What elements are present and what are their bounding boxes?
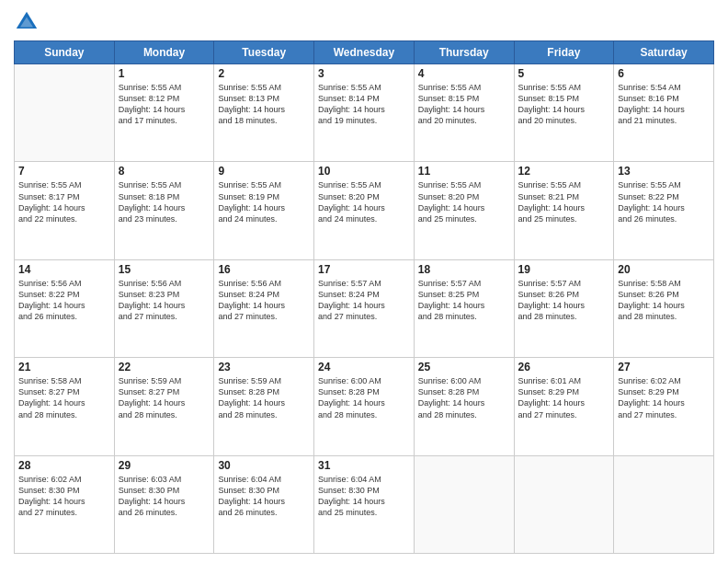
day-number: 29 xyxy=(119,459,210,472)
day-number: 21 xyxy=(18,361,110,373)
logo-icon xyxy=(14,9,40,35)
week-row-1: 1Sunrise: 5:55 AMSunset: 8:12 PMDaylight… xyxy=(15,64,714,162)
day-number: 15 xyxy=(119,263,210,276)
day-cell xyxy=(514,455,614,553)
day-cell: 18Sunrise: 5:57 AMSunset: 8:25 PMDayligh… xyxy=(414,259,514,357)
day-number: 1 xyxy=(119,67,210,80)
day-cell: 25Sunrise: 6:00 AMSunset: 8:28 PMDayligh… xyxy=(414,358,514,455)
weekday-saturday: Saturday xyxy=(614,41,714,64)
day-number: 2 xyxy=(218,67,310,80)
day-number: 25 xyxy=(418,361,510,373)
day-info: Sunrise: 5:57 AMSunset: 8:24 PMDaylight:… xyxy=(318,278,410,323)
day-info: Sunrise: 5:55 AMSunset: 8:20 PMDaylight:… xyxy=(318,179,410,224)
day-cell: 27Sunrise: 6:02 AMSunset: 8:29 PMDayligh… xyxy=(614,358,714,455)
week-row-2: 7Sunrise: 5:55 AMSunset: 8:17 PMDaylight… xyxy=(15,162,714,259)
day-number: 24 xyxy=(318,361,410,373)
day-number: 4 xyxy=(418,67,510,80)
day-cell: 5Sunrise: 5:55 AMSunset: 8:15 PMDaylight… xyxy=(514,64,614,162)
day-cell: 23Sunrise: 5:59 AMSunset: 8:28 PMDayligh… xyxy=(214,358,314,455)
calendar: SundayMondayTuesdayWednesdayThursdayFrid… xyxy=(14,40,714,554)
day-cell: 16Sunrise: 5:56 AMSunset: 8:24 PMDayligh… xyxy=(214,259,314,357)
day-number: 10 xyxy=(318,165,410,178)
week-row-3: 14Sunrise: 5:56 AMSunset: 8:22 PMDayligh… xyxy=(15,259,714,357)
day-cell: 22Sunrise: 5:59 AMSunset: 8:27 PMDayligh… xyxy=(114,358,214,455)
day-info: Sunrise: 5:55 AMSunset: 8:15 PMDaylight:… xyxy=(418,82,510,127)
day-number: 19 xyxy=(518,263,610,276)
day-cell xyxy=(614,455,714,553)
day-number: 22 xyxy=(119,361,210,373)
weekday-tuesday: Tuesday xyxy=(214,41,314,64)
day-cell xyxy=(15,64,115,162)
day-cell: 10Sunrise: 5:55 AMSunset: 8:20 PMDayligh… xyxy=(314,162,415,259)
day-info: Sunrise: 6:00 AMSunset: 8:28 PMDaylight:… xyxy=(318,375,410,420)
day-info: Sunrise: 5:58 AMSunset: 8:26 PMDaylight:… xyxy=(618,278,710,323)
day-info: Sunrise: 6:02 AMSunset: 8:30 PMDaylight:… xyxy=(18,474,110,519)
day-cell: 21Sunrise: 5:58 AMSunset: 8:27 PMDayligh… xyxy=(15,358,115,455)
day-number: 11 xyxy=(418,165,510,178)
day-info: Sunrise: 5:56 AMSunset: 8:24 PMDaylight:… xyxy=(218,278,310,323)
header xyxy=(14,9,714,35)
day-number: 3 xyxy=(318,67,410,80)
day-cell: 30Sunrise: 6:04 AMSunset: 8:30 PMDayligh… xyxy=(214,455,314,553)
day-cell: 17Sunrise: 5:57 AMSunset: 8:24 PMDayligh… xyxy=(314,259,415,357)
day-number: 30 xyxy=(218,459,310,472)
day-number: 27 xyxy=(618,361,710,373)
weekday-wednesday: Wednesday xyxy=(314,41,415,64)
day-info: Sunrise: 5:54 AMSunset: 8:16 PMDaylight:… xyxy=(618,82,710,127)
day-number: 28 xyxy=(18,459,110,472)
day-number: 5 xyxy=(518,67,610,80)
logo xyxy=(14,9,43,35)
day-cell: 29Sunrise: 6:03 AMSunset: 8:30 PMDayligh… xyxy=(114,455,214,553)
day-info: Sunrise: 5:55 AMSunset: 8:13 PMDaylight:… xyxy=(218,82,310,127)
day-info: Sunrise: 5:55 AMSunset: 8:17 PMDaylight:… xyxy=(18,179,110,224)
day-cell: 19Sunrise: 5:57 AMSunset: 8:26 PMDayligh… xyxy=(514,259,614,357)
day-cell: 31Sunrise: 6:04 AMSunset: 8:30 PMDayligh… xyxy=(314,455,415,553)
day-info: Sunrise: 6:03 AMSunset: 8:30 PMDaylight:… xyxy=(119,474,210,519)
day-info: Sunrise: 5:55 AMSunset: 8:15 PMDaylight:… xyxy=(518,82,610,127)
day-cell: 2Sunrise: 5:55 AMSunset: 8:13 PMDaylight… xyxy=(214,64,314,162)
day-number: 12 xyxy=(518,165,610,178)
day-number: 26 xyxy=(518,361,610,373)
day-info: Sunrise: 5:59 AMSunset: 8:27 PMDaylight:… xyxy=(119,375,210,420)
day-info: Sunrise: 5:58 AMSunset: 8:27 PMDaylight:… xyxy=(18,375,110,420)
day-cell: 9Sunrise: 5:55 AMSunset: 8:19 PMDaylight… xyxy=(214,162,314,259)
day-cell: 7Sunrise: 5:55 AMSunset: 8:17 PMDaylight… xyxy=(15,162,115,259)
day-info: Sunrise: 5:57 AMSunset: 8:26 PMDaylight:… xyxy=(518,278,610,323)
day-info: Sunrise: 5:56 AMSunset: 8:22 PMDaylight:… xyxy=(18,278,110,323)
day-info: Sunrise: 6:01 AMSunset: 8:29 PMDaylight:… xyxy=(518,375,610,420)
day-cell: 15Sunrise: 5:56 AMSunset: 8:23 PMDayligh… xyxy=(114,259,214,357)
day-info: Sunrise: 5:55 AMSunset: 8:21 PMDaylight:… xyxy=(518,179,610,224)
weekday-friday: Friday xyxy=(514,41,614,64)
day-info: Sunrise: 6:04 AMSunset: 8:30 PMDaylight:… xyxy=(318,474,410,519)
day-cell: 20Sunrise: 5:58 AMSunset: 8:26 PMDayligh… xyxy=(614,259,714,357)
day-cell: 11Sunrise: 5:55 AMSunset: 8:20 PMDayligh… xyxy=(414,162,514,259)
day-cell: 6Sunrise: 5:54 AMSunset: 8:16 PMDaylight… xyxy=(614,64,714,162)
day-info: Sunrise: 5:56 AMSunset: 8:23 PMDaylight:… xyxy=(119,278,210,323)
day-cell: 12Sunrise: 5:55 AMSunset: 8:21 PMDayligh… xyxy=(514,162,614,259)
day-info: Sunrise: 5:59 AMSunset: 8:28 PMDaylight:… xyxy=(218,375,310,420)
day-cell: 8Sunrise: 5:55 AMSunset: 8:18 PMDaylight… xyxy=(114,162,214,259)
day-cell xyxy=(414,455,514,553)
day-number: 18 xyxy=(418,263,510,276)
week-row-5: 28Sunrise: 6:02 AMSunset: 8:30 PMDayligh… xyxy=(15,455,714,553)
day-info: Sunrise: 5:55 AMSunset: 8:19 PMDaylight:… xyxy=(218,179,310,224)
day-cell: 28Sunrise: 6:02 AMSunset: 8:30 PMDayligh… xyxy=(15,455,115,553)
day-info: Sunrise: 5:55 AMSunset: 8:22 PMDaylight:… xyxy=(618,179,710,224)
day-number: 23 xyxy=(218,361,310,373)
day-number: 20 xyxy=(618,263,710,276)
day-info: Sunrise: 5:55 AMSunset: 8:20 PMDaylight:… xyxy=(418,179,510,224)
day-info: Sunrise: 6:00 AMSunset: 8:28 PMDaylight:… xyxy=(418,375,510,420)
day-cell: 3Sunrise: 5:55 AMSunset: 8:14 PMDaylight… xyxy=(314,64,415,162)
day-number: 8 xyxy=(119,165,210,178)
weekday-monday: Monday xyxy=(114,41,214,64)
day-number: 14 xyxy=(18,263,110,276)
day-info: Sunrise: 5:55 AMSunset: 8:18 PMDaylight:… xyxy=(119,179,210,224)
day-cell: 26Sunrise: 6:01 AMSunset: 8:29 PMDayligh… xyxy=(514,358,614,455)
page: SundayMondayTuesdayWednesdayThursdayFrid… xyxy=(0,0,728,563)
day-number: 6 xyxy=(618,67,710,80)
week-row-4: 21Sunrise: 5:58 AMSunset: 8:27 PMDayligh… xyxy=(15,358,714,455)
weekday-header-row: SundayMondayTuesdayWednesdayThursdayFrid… xyxy=(15,41,714,64)
weekday-sunday: Sunday xyxy=(15,41,115,64)
day-cell: 1Sunrise: 5:55 AMSunset: 8:12 PMDaylight… xyxy=(114,64,214,162)
day-info: Sunrise: 5:55 AMSunset: 8:12 PMDaylight:… xyxy=(119,82,210,127)
